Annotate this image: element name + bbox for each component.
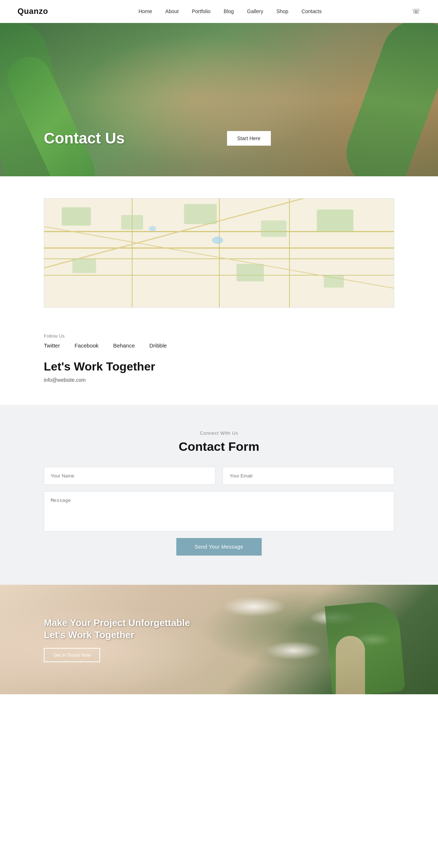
- map-background: [44, 199, 394, 307]
- map-container[interactable]: [44, 198, 394, 308]
- hero-content: Contact Us Start Here: [44, 130, 271, 147]
- email-text: info@website.com: [44, 377, 394, 383]
- email-input[interactable]: [223, 467, 394, 485]
- start-here-button[interactable]: Start Here: [227, 131, 271, 146]
- facebook-link[interactable]: Facebook: [74, 342, 99, 349]
- form-row-names: [44, 467, 394, 485]
- phone-icon[interactable]: ☏: [412, 7, 420, 15]
- nav-about[interactable]: About: [165, 8, 179, 14]
- map-water-1: [212, 237, 223, 244]
- bottom-hero-hand: [336, 636, 365, 694]
- lets-work-title: Let's Work Together: [44, 360, 394, 373]
- map-green-3: [184, 204, 217, 224]
- nav-home[interactable]: Home: [139, 8, 152, 14]
- form-submit-wrap: Send Your Message: [44, 538, 394, 556]
- nav-gallery[interactable]: Gallery: [247, 8, 263, 14]
- map-green-4: [261, 220, 287, 237]
- form-title: Contact Form: [44, 439, 394, 454]
- hero-section: Contact Us Start Here: [0, 23, 438, 176]
- map-green-8: [324, 275, 344, 288]
- nav-links: Home About Portfolio Blog Gallery Shop C…: [139, 8, 322, 15]
- map-green-6: [72, 258, 96, 273]
- map-road-v3: [289, 199, 290, 307]
- contact-form-section: Connect With Us Contact Form Send Your M…: [0, 405, 438, 585]
- navbar: Quanzo Home About Portfolio Blog Gallery…: [0, 0, 438, 23]
- bottom-hero-text2: Let's Work Together: [44, 629, 190, 641]
- nav-contacts[interactable]: Contacts: [301, 8, 322, 14]
- nav-portfolio[interactable]: Portfolio: [192, 8, 210, 14]
- map-green-7: [237, 264, 264, 281]
- get-in-touch-button[interactable]: Get in Touch Now: [44, 648, 100, 662]
- name-input[interactable]: [44, 467, 215, 485]
- dribble-link[interactable]: Dribble: [149, 342, 167, 349]
- map-green-5: [317, 210, 353, 231]
- map-road-v2: [219, 199, 220, 307]
- send-message-button[interactable]: Send Your Message: [176, 538, 262, 556]
- bottom-hero-content: Make Your Project Unforgettable Let's Wo…: [44, 617, 190, 662]
- nav-shop[interactable]: Shop: [276, 8, 288, 14]
- contact-form: Send Your Message: [44, 467, 394, 556]
- twitter-link[interactable]: Twitter: [44, 342, 60, 349]
- hero-background: [0, 23, 438, 176]
- map-water-2: [149, 226, 156, 231]
- follow-label: Follow Us: [44, 333, 394, 339]
- map-green-2: [121, 215, 143, 230]
- message-textarea[interactable]: [44, 491, 394, 531]
- follow-links: Twitter Facebook Behance Dribble: [44, 342, 394, 349]
- behance-link[interactable]: Behance: [113, 342, 135, 349]
- map-green-1: [62, 207, 91, 226]
- map-section: [0, 176, 438, 322]
- hero-title: Contact Us: [44, 130, 125, 147]
- connect-label: Connect With Us: [44, 430, 394, 436]
- bottom-hero-section: Make Your Project Unforgettable Let's Wo…: [0, 585, 438, 694]
- logo: Quanzo: [18, 7, 48, 16]
- follow-section: Follow Us Twitter Facebook Behance Dribb…: [0, 322, 438, 390]
- bottom-hero-text1: Make Your Project Unforgettable: [44, 617, 190, 629]
- nav-blog[interactable]: Blog: [224, 8, 234, 14]
